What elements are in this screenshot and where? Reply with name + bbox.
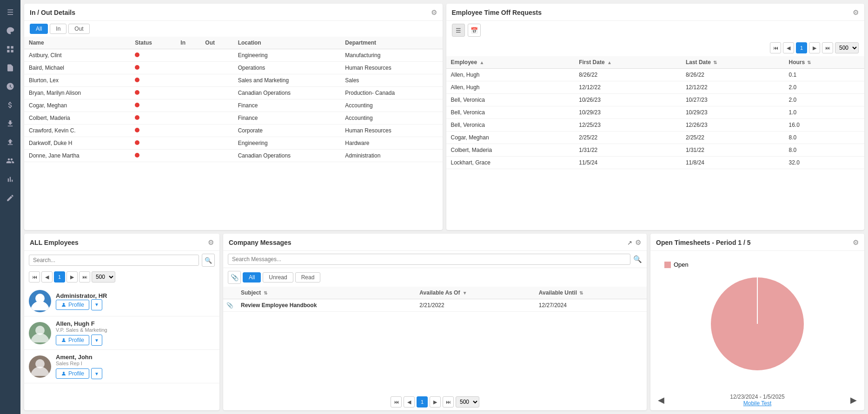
msg-page-next[interactable]: ▶ (430, 396, 441, 407)
employee-list-item: Allen, Hugh F V.P. Sales & Marketing Pro… (24, 316, 219, 350)
cell-first-date: 1/31/22 (574, 144, 681, 157)
msg-filter-all-button[interactable]: All (243, 272, 261, 283)
msg-per-page-select[interactable]: 500 100 50 (456, 396, 479, 407)
page-last-button[interactable]: ⏭ (822, 42, 833, 53)
profile-button[interactable]: Profile (56, 300, 89, 310)
employee-info: Administrator, HR Profile ▼ (56, 292, 215, 310)
list-view-button[interactable]: ☰ (452, 24, 465, 37)
employee-info: Allen, Hugh F V.P. Sales & Marketing Pro… (56, 320, 215, 346)
cell-in (176, 62, 200, 74)
employees-gear-icon[interactable]: ⚙ (208, 238, 214, 247)
col-hours: Hours ⇅ (784, 56, 864, 69)
msg-search-icon[interactable]: 🔍 (633, 255, 642, 263)
edit-icon[interactable] (2, 190, 19, 206)
msg-page-prev[interactable]: ◀ (404, 396, 415, 407)
in-out-gear-icon[interactable]: ⚙ (431, 8, 437, 17)
cell-status (130, 125, 176, 137)
palette-icon[interactable] (2, 22, 19, 39)
upload-icon[interactable] (2, 134, 19, 151)
employee-actions: Profile ▼ (56, 299, 215, 310)
emp-page-1[interactable]: 1 (54, 271, 65, 283)
chart-icon[interactable] (2, 171, 19, 188)
msg-page-first[interactable]: ⏮ (391, 396, 402, 407)
cell-employee: Colbert, Maderia (446, 144, 575, 157)
group-icon[interactable] (2, 152, 19, 169)
emp-page-next[interactable]: ▶ (66, 271, 78, 283)
in-out-header: In / Out Details ⚙ (24, 4, 443, 21)
in-out-title: In / Out Details (30, 9, 75, 16)
profile-dropdown-button[interactable]: ▼ (91, 335, 102, 346)
emp-page-prev[interactable]: ◀ (41, 271, 53, 283)
dollar-icon[interactable] (2, 97, 19, 113)
employee-search-icon[interactable]: 🔍 (202, 254, 215, 267)
cell-out (200, 62, 233, 74)
table-row: Baird, Michael Operations Human Resource… (24, 62, 443, 74)
filter-out-button[interactable]: Out (68, 24, 89, 34)
messages-gear-icon[interactable]: ⚙ (635, 238, 641, 247)
emp-page-first[interactable]: ⏮ (29, 271, 40, 283)
table-row: Allen, Hugh 12/12/22 12/12/22 2.0 (446, 81, 865, 94)
msg-filter-unread-button[interactable]: Unread (263, 272, 293, 283)
cell-department: Hardware (340, 137, 442, 150)
avatar (29, 290, 51, 312)
employee-actions: Profile ▼ (56, 368, 215, 379)
profile-dropdown-button[interactable]: ▼ (91, 299, 102, 310)
page-first-button[interactable]: ⏮ (770, 42, 781, 53)
cell-last-date: 1/31/22 (681, 144, 784, 157)
cell-department: Accounting (340, 112, 442, 125)
profile-button[interactable]: Profile (56, 335, 89, 345)
per-page-select[interactable]: 500 100 50 (835, 42, 859, 53)
table-row: Blurton, Lex Sales and Marketing Sales (24, 74, 443, 87)
chart-legend: Open (664, 261, 689, 268)
message-search-input[interactable] (228, 254, 630, 265)
timesheets-title: Open Timesheets - Period 1 / 5 (656, 239, 751, 246)
cell-location: Canadian Operations (233, 87, 341, 99)
file-icon[interactable] (2, 59, 19, 76)
cell-last-date: 10/29/23 (681, 106, 784, 119)
period-next-button[interactable]: ▶ (850, 395, 857, 405)
cell-first-date: 12/25/23 (574, 119, 681, 131)
menu-icon[interactable]: ☰ (2, 4, 19, 20)
period-dates: 12/23/2024 - 1/5/2025 (730, 394, 784, 400)
cell-out (200, 99, 233, 112)
msg-page-1[interactable]: 1 (417, 396, 428, 407)
cell-first-date: 12/12/22 (574, 81, 681, 94)
filter-all-button[interactable]: All (30, 24, 48, 34)
cell-location: Engineering (233, 49, 341, 62)
msg-filter-read-button[interactable]: Read (295, 272, 321, 283)
profile-dropdown-button[interactable]: ▼ (91, 368, 102, 379)
calendar-view-button[interactable]: 📅 (468, 24, 481, 37)
msg-page-last[interactable]: ⏭ (443, 396, 454, 407)
emp-page-last[interactable]: ⏭ (79, 271, 90, 283)
col-first-date: First Date ▲ (574, 56, 681, 69)
page-1-button[interactable]: 1 (796, 42, 807, 53)
cell-employee: Cogar, Meghan (446, 131, 575, 144)
page-prev-button[interactable]: ◀ (783, 42, 794, 53)
time-off-gear-icon[interactable]: ⚙ (853, 8, 859, 17)
messages-open-icon[interactable]: ↗ (627, 239, 632, 246)
period-prev-button[interactable]: ◀ (658, 395, 664, 405)
emp-per-page-select[interactable]: 500 100 50 (92, 271, 115, 283)
cell-hours: 1.0 (784, 106, 864, 119)
employee-search-input[interactable] (29, 255, 199, 266)
timesheets-gear-icon[interactable]: ⚙ (853, 238, 859, 247)
messages-table: Subject ⇅ Available As Of ▼ Available Un… (223, 287, 647, 312)
attachment-filter-button[interactable]: 📎 (228, 271, 241, 284)
filter-in-button[interactable]: In (50, 24, 66, 34)
download-icon[interactable] (2, 115, 19, 132)
clock-icon[interactable] (2, 78, 19, 95)
employees-header: ALL Employees ⚙ (24, 234, 219, 251)
cell-hours: 2.0 (784, 81, 864, 94)
cell-in (176, 150, 200, 162)
svg-point-10 (63, 372, 65, 374)
module-icon[interactable] (2, 41, 19, 58)
messages-panel: Company Messages ↗ ⚙ 🔍 📎 All Unread Read (223, 234, 647, 410)
messages-header: Company Messages ↗ ⚙ (223, 234, 647, 251)
cell-last-date: 12/12/22 (681, 81, 784, 94)
profile-button[interactable]: Profile (56, 368, 89, 379)
mobile-test-link[interactable]: Mobile Test (743, 400, 771, 407)
cell-employee: Lockhart, Grace (446, 157, 575, 169)
table-row: Lockhart, Grace 11/5/24 11/8/24 32.0 (446, 157, 865, 169)
page-next-button[interactable]: ▶ (809, 42, 820, 53)
cell-status (130, 74, 176, 87)
